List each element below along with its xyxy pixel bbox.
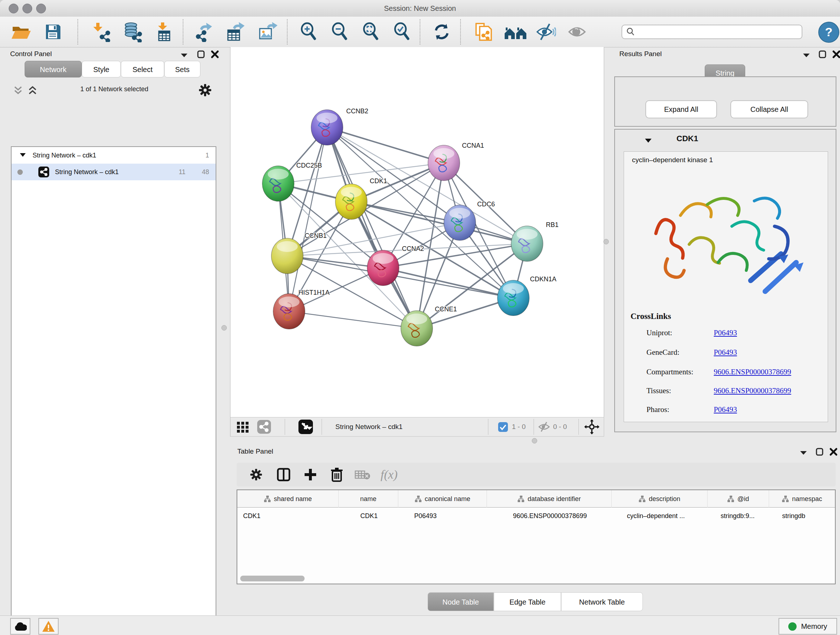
first-neighbors-icon[interactable] xyxy=(504,21,528,42)
cell-name[interactable]: CDK1 xyxy=(339,508,398,524)
export-table-icon[interactable] xyxy=(225,21,246,42)
network-canvas[interactable]: CCNB2CCNA1CDC25BCDK1CDC6RB1CCNB1CCNA2CDK… xyxy=(230,47,604,417)
panel-menu-icon[interactable] xyxy=(799,450,807,455)
network-edge-ccnb2-ccna1[interactable] xyxy=(327,127,444,163)
column-header-description[interactable]: description xyxy=(612,490,707,508)
network-node-cdkn1a[interactable] xyxy=(497,280,529,316)
network-node-cdk1[interactable] xyxy=(335,184,367,219)
tab-network[interactable]: Network xyxy=(25,61,82,78)
network-graph[interactable]: CCNB2CCNA1CDC25BCDK1CDC6RB1CCNB1CCNA2CDK… xyxy=(231,47,604,416)
open-file-icon[interactable] xyxy=(10,21,31,42)
network-node-ccnb2[interactable] xyxy=(311,110,343,145)
left-splitter-handle[interactable] xyxy=(221,325,227,331)
warning-status-button[interactable] xyxy=(38,618,58,635)
clone-network-icon[interactable] xyxy=(472,21,493,42)
grid-view-icon[interactable] xyxy=(236,417,249,436)
cell-id[interactable]: stringdb:9... xyxy=(707,508,769,524)
network-node-cdc25b[interactable] xyxy=(262,166,294,201)
network-node-ccna1[interactable] xyxy=(428,145,460,181)
table-columns-icon[interactable] xyxy=(276,463,291,486)
tab-node-table[interactable]: Node Table xyxy=(428,592,494,611)
network-edge-ccna2-cdkn1a[interactable] xyxy=(383,268,513,298)
tab-style[interactable]: Style xyxy=(82,61,121,78)
memory-button[interactable]: Memory xyxy=(778,618,837,635)
tab-network-table[interactable]: Network Table xyxy=(561,592,643,611)
panel-close-icon[interactable] xyxy=(829,448,838,456)
table-delete-icon[interactable] xyxy=(330,463,344,486)
crosslink-compartments-link[interactable]: 9606.ENSP00000378699 xyxy=(714,367,791,377)
network-node-ccnb1[interactable] xyxy=(271,238,303,274)
panel-float-icon[interactable] xyxy=(815,448,824,456)
tree-collapse-icon[interactable] xyxy=(19,153,26,157)
import-network-database-icon[interactable] xyxy=(122,21,143,42)
pan-crosshair-icon[interactable] xyxy=(584,417,600,436)
table-gear-icon[interactable] xyxy=(249,463,263,486)
horizontal-scrollbar-thumb[interactable] xyxy=(240,576,305,581)
search-input[interactable] xyxy=(635,28,802,36)
cell-shared-name[interactable]: CDK1 xyxy=(237,508,339,524)
cell-namespace[interactable]: stringdb xyxy=(769,508,835,524)
cloud-status-button[interactable] xyxy=(10,618,30,635)
column-header-namespace[interactable]: namespac xyxy=(769,490,835,508)
network-tree-root-row[interactable]: String Network – cdk1 1 xyxy=(11,147,216,164)
network-node-ccne1[interactable] xyxy=(401,310,433,346)
refresh-layout-icon[interactable] xyxy=(431,21,452,42)
panel-float-icon[interactable] xyxy=(818,50,827,59)
network-edge-ccnb2-hist1h1a[interactable] xyxy=(289,127,327,311)
result-collapse-icon[interactable] xyxy=(645,138,652,143)
expand-all-button[interactable]: Expand All xyxy=(645,100,717,119)
gear-icon[interactable] xyxy=(198,83,212,97)
zoom-fit-icon[interactable] xyxy=(360,21,381,42)
network-tree-child-row[interactable]: String Network – cdk1 11 48 xyxy=(11,164,216,180)
cell-database-identifier[interactable]: 9606.ENSP00000378699 xyxy=(487,508,612,524)
import-table-file-icon[interactable] xyxy=(153,21,174,42)
network-node-ccna2[interactable] xyxy=(367,250,399,286)
selected-counts: 1 - 0 xyxy=(512,417,526,436)
toolbar-search-field[interactable] xyxy=(622,25,802,39)
column-header-database-identifier[interactable]: database identifier xyxy=(487,490,612,508)
tab-select[interactable]: Select xyxy=(121,61,164,78)
panel-menu-icon[interactable] xyxy=(180,53,188,58)
network-edge-ccnb2-ccne1[interactable] xyxy=(327,127,417,328)
column-header-canonical-name[interactable]: canonical name xyxy=(398,490,487,508)
cell-canonical-name[interactable]: P06493 xyxy=(398,508,487,524)
panel-menu-icon[interactable] xyxy=(802,53,810,58)
hide-selected-icon[interactable] xyxy=(535,21,556,42)
export-network-icon[interactable] xyxy=(193,21,214,42)
zoom-in-icon[interactable] xyxy=(298,21,319,42)
tab-sets[interactable]: Sets xyxy=(164,61,201,78)
save-session-icon[interactable] xyxy=(43,21,64,42)
table-remove-column-icon xyxy=(355,463,370,486)
panel-float-icon[interactable] xyxy=(197,50,205,59)
crosslink-tissues-link[interactable]: 9606.ENSP00000378699 xyxy=(714,386,791,395)
network-node-hist1h1a[interactable] xyxy=(273,294,305,329)
table-function-icon: f(x) xyxy=(381,463,398,486)
crosslink-uniprot-link[interactable]: P06493 xyxy=(714,328,737,337)
column-header-name[interactable]: name xyxy=(339,490,398,508)
zoom-out-icon[interactable] xyxy=(329,21,350,42)
current-network-name: String Network – cdk1 xyxy=(335,417,403,436)
collapse-all-button[interactable]: Collapse All xyxy=(730,100,808,119)
export-image-icon[interactable] xyxy=(257,21,279,42)
tab-edge-table[interactable]: Edge Table xyxy=(494,592,561,611)
network-node-cdc6[interactable] xyxy=(444,205,476,241)
crosslink-pharos-link[interactable]: P06493 xyxy=(714,405,737,414)
zoom-selected-icon[interactable] xyxy=(392,21,412,42)
table-add-icon[interactable] xyxy=(303,463,317,486)
panel-close-icon[interactable] xyxy=(210,50,219,59)
crosslink-genecard-link[interactable]: P06493 xyxy=(714,348,737,357)
cell-description[interactable]: cyclin–dependent ... xyxy=(612,508,707,524)
network-node-rb1[interactable] xyxy=(511,226,543,261)
selected-checkbox-icon[interactable] xyxy=(498,417,508,436)
column-header-shared-name[interactable]: shared name xyxy=(237,490,339,508)
help-button[interactable]: ? xyxy=(818,22,839,43)
panel-close-icon[interactable] xyxy=(832,50,840,59)
import-network-file-icon[interactable] xyxy=(91,21,112,42)
table-panel-title: Table Panel xyxy=(237,448,273,455)
network-share-icon[interactable] xyxy=(257,417,271,436)
column-header-id[interactable]: @id xyxy=(707,490,769,508)
right-splitter-handle[interactable] xyxy=(603,239,609,244)
birds-eye-toggle-icon[interactable] xyxy=(298,417,313,436)
show-all-icon[interactable] xyxy=(567,21,587,42)
network-edge-hist1h1a-ccne1[interactable] xyxy=(289,311,417,328)
